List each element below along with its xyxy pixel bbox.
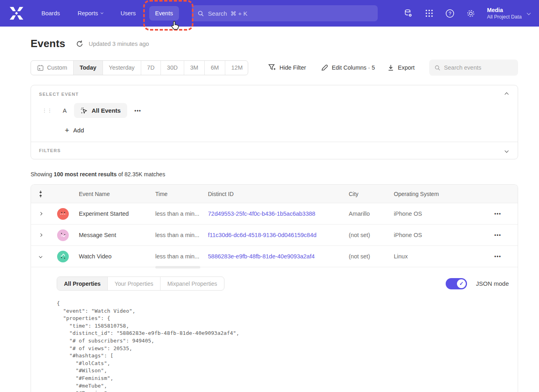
date-seg-30d-label: 30D: [167, 64, 178, 71]
cell-distinct-id[interactable]: f11c30d6-dc6d-4518-9136-0d046159c84d: [204, 232, 345, 238]
help-icon[interactable]: ?: [445, 8, 455, 18]
cell-event-name[interactable]: Experiment Started: [75, 210, 152, 217]
magic-cursor-icon: [80, 107, 88, 114]
event-row-letter: A: [63, 107, 67, 114]
cell-event-name[interactable]: Message Sent: [75, 232, 152, 238]
collapse-row-icon[interactable]: [31, 255, 50, 258]
date-seg-custom-label: Custom: [47, 64, 67, 71]
add-event-button[interactable]: + Add: [65, 127, 518, 134]
properties-tabs: All Properties Your Properties Mixpanel …: [57, 276, 224, 291]
export-button[interactable]: Export: [387, 64, 415, 71]
event-selector-chip[interactable]: All Events: [74, 103, 128, 118]
project-selector[interactable]: Media All Project Data: [487, 6, 530, 20]
date-seg-3m[interactable]: 3M: [184, 61, 205, 75]
export-label: Export: [398, 64, 415, 71]
hide-filter-label: Hide Filter: [280, 64, 306, 71]
tab-all-properties-label: All Properties: [64, 281, 101, 287]
date-seg-7d[interactable]: 7D: [141, 61, 161, 75]
json-mode-label: JSON mode: [476, 280, 509, 287]
collapse-section-icon[interactable]: [505, 92, 509, 96]
date-seg-7d-label: 7D: [147, 64, 155, 71]
cell-os: iPhone OS: [390, 232, 476, 238]
time-column-scrollbar[interactable]: [155, 266, 200, 268]
table-row: Message Sent less than a min... f11c30d6…: [31, 225, 518, 246]
event-avatar: [57, 229, 69, 241]
results-count: 100 most recent results: [54, 171, 117, 177]
chevron-down-icon: [527, 11, 531, 15]
nav-item-users-label: Users: [121, 10, 136, 17]
tab-mixpanel-properties-label: Mixpanel Properties: [167, 281, 217, 287]
row-menu-icon[interactable]: •••: [476, 211, 518, 217]
calendar-icon: [37, 64, 44, 71]
column-time[interactable]: Time: [152, 191, 204, 197]
nav-item-events-label: Events: [155, 10, 173, 17]
nav-item-events[interactable]: Events: [149, 6, 179, 21]
tab-your-properties[interactable]: Your Properties: [108, 277, 160, 290]
cell-os: iPhone OS: [390, 210, 476, 217]
cell-city: (not set): [345, 232, 390, 238]
data-management-icon[interactable]: [403, 8, 413, 18]
expand-section-icon: [505, 149, 509, 153]
refresh-button[interactable]: [76, 39, 84, 48]
date-seg-12m-label: 12M: [231, 64, 243, 71]
date-seg-custom[interactable]: Custom: [31, 61, 74, 75]
filters-label: FILTERS: [39, 148, 61, 153]
column-city[interactable]: City: [345, 191, 390, 197]
cell-city: (not set): [345, 253, 390, 260]
filter-funnel-icon: [268, 64, 276, 71]
table-row: Experiment Started less than a min... 72…: [31, 203, 518, 225]
search-events-input[interactable]: [444, 64, 513, 71]
mixpanel-logo-icon[interactable]: [9, 7, 24, 20]
cell-event-name[interactable]: Watch Video: [75, 253, 152, 260]
event-chip-label: All Events: [92, 107, 121, 114]
edit-columns-label: Edit Columns · 5: [332, 64, 375, 71]
nav-item-reports[interactable]: Reports: [72, 6, 109, 21]
date-seg-12m[interactable]: 12M: [225, 61, 248, 75]
column-distinct-id[interactable]: Distinct ID: [204, 191, 345, 197]
hand-cursor-icon: [170, 21, 180, 31]
column-os[interactable]: Operating System: [390, 191, 476, 197]
search-icon: [197, 10, 204, 17]
collapse-all-icon[interactable]: [31, 190, 50, 198]
query-builder-card: SELECT EVENT ⋮⋮ A All Events ••• + Add: [31, 85, 518, 159]
project-name: Media: [487, 6, 522, 14]
download-icon: [387, 64, 394, 71]
date-seg-6m-label: 6M: [211, 64, 219, 71]
json-mode-toggle[interactable]: ✓: [446, 278, 467, 289]
expand-row-icon[interactable]: [31, 213, 50, 215]
edit-columns-button[interactable]: Edit Columns · 5: [321, 64, 375, 71]
global-search-input[interactable]: [208, 10, 372, 17]
expand-row-icon[interactable]: [31, 234, 50, 236]
apps-grid-icon[interactable]: [424, 8, 434, 18]
date-seg-yesterday[interactable]: Yesterday: [103, 61, 141, 75]
settings-gear-icon[interactable]: [466, 8, 476, 18]
tab-mixpanel-properties[interactable]: Mixpanel Properties: [160, 277, 224, 290]
row-menu-icon[interactable]: •••: [476, 254, 518, 259]
row-menu-icon[interactable]: •••: [476, 232, 518, 238]
filters-section-toggle[interactable]: FILTERS: [31, 142, 518, 159]
search-events-field[interactable]: [429, 60, 518, 76]
event-row-menu-icon[interactable]: •••: [134, 108, 141, 113]
date-range-control: Custom Today Yesterday 7D 30D 3M 6M 12M: [31, 60, 248, 75]
tab-all-properties[interactable]: All Properties: [57, 277, 108, 290]
tab-your-properties-label: Your Properties: [115, 281, 153, 287]
cell-time: less than a min...: [152, 210, 204, 217]
nav-item-boards[interactable]: Boards: [35, 6, 66, 21]
date-seg-today[interactable]: Today: [74, 61, 103, 75]
cell-distinct-id[interactable]: 5886283e-e9fb-48fb-81de-40e9093a2af4: [204, 253, 345, 260]
hide-filter-button[interactable]: Hide Filter: [268, 64, 306, 71]
global-search[interactable]: [192, 5, 378, 21]
table-header-row: Event Name Time Distinct ID City Operati…: [31, 185, 518, 203]
cell-distinct-id[interactable]: 72d49553-25fc-4f0c-b436-1b5ac6ab3388: [204, 210, 345, 217]
toggle-check-icon: ✓: [457, 279, 466, 288]
svg-text:?: ?: [449, 10, 452, 16]
pencil-icon: [321, 64, 328, 71]
event-query-row: ⋮⋮ A All Events •••: [42, 103, 518, 118]
date-seg-6m[interactable]: 6M: [205, 61, 225, 75]
column-event-name[interactable]: Event Name: [75, 191, 152, 197]
date-seg-30d[interactable]: 30D: [161, 61, 184, 75]
nav-item-users[interactable]: Users: [115, 6, 142, 21]
drag-handle-icon[interactable]: ⋮⋮: [42, 109, 52, 113]
plus-icon: +: [65, 127, 69, 134]
event-json-view[interactable]: { "event": "Watch Video", "properties": …: [57, 300, 510, 392]
